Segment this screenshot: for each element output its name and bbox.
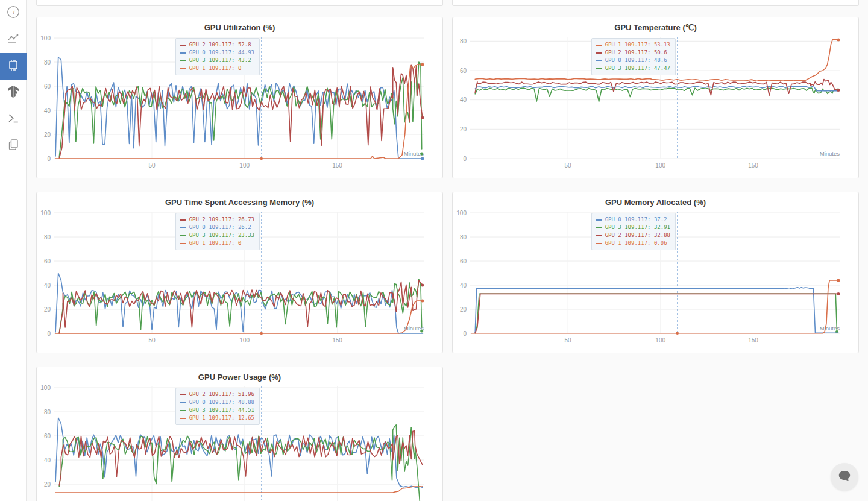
series-color-swatch xyxy=(596,219,602,221)
series-color-swatch xyxy=(596,60,602,61)
series-color-swatch xyxy=(596,45,602,46)
chart-title: GPU Utilization (%) xyxy=(37,23,442,32)
series-color-swatch xyxy=(180,418,186,419)
series-color-swatch xyxy=(180,394,186,395)
sidebar-item-charts[interactable] xyxy=(0,27,27,53)
gpu-metrics-dashboard: i xyxy=(0,0,868,501)
sidebar-item-system-metrics[interactable] xyxy=(0,53,27,80)
tooltip-value: GPU 0 109.117: 44.93 xyxy=(189,49,254,57)
svg-text:40: 40 xyxy=(44,457,51,464)
tooltip-row: GPU 0 109.117: 48.88 xyxy=(180,399,254,406)
tooltip-row: GPU 2 109.117: 26.73 xyxy=(180,216,254,224)
chip-icon xyxy=(7,58,20,74)
svg-text:20: 20 xyxy=(44,131,51,138)
svg-text:60: 60 xyxy=(460,68,467,74)
tooltip-value: GPU 1 109.117: 0 xyxy=(189,65,242,72)
svg-text:150: 150 xyxy=(748,162,758,169)
tooltip-row: GPU 1 109.117: 12.65 xyxy=(180,414,254,422)
chart-title: GPU Temperature (℃) xyxy=(453,23,858,32)
svg-text:80: 80 xyxy=(44,59,51,66)
svg-text:80: 80 xyxy=(44,409,51,415)
tooltip-value: GPU 2 109.117: 52.8 xyxy=(189,41,251,49)
chat-button[interactable] xyxy=(831,463,858,491)
tooltip-row: GPU 0 109.117: 26.2 xyxy=(180,224,254,232)
chart-tooltip: GPU 2 109.117: 26.73GPU 0 109.117: 26.2G… xyxy=(175,213,260,250)
tooltip-row: GPU 3 109.117: 43.2 xyxy=(180,57,254,65)
tooltip-value: GPU 3 109.117: 23.33 xyxy=(189,232,254,239)
tooltip-row: GPU 1 109.117: 0 xyxy=(180,65,254,72)
sidebar-item-overview[interactable]: i xyxy=(0,0,27,27)
sidebar-item-files[interactable] xyxy=(0,133,27,159)
tooltip-row: GPU 3 109.117: 23.33 xyxy=(180,232,254,239)
tooltip-row: GPU 3 109.117: 44.51 xyxy=(180,406,254,414)
svg-text:20: 20 xyxy=(460,306,467,313)
chart-tooltip: GPU 0 109.117: 37.2GPU 3 109.117: 32.91G… xyxy=(591,213,676,250)
tooltip-value: GPU 1 109.117: 0.06 xyxy=(605,239,667,247)
svg-text:i: i xyxy=(12,8,15,16)
series-color-swatch xyxy=(180,402,186,403)
tooltip-value: GPU 2 109.117: 32.88 xyxy=(605,232,670,239)
chart-title: GPU Memory Allocated (%) xyxy=(453,198,858,207)
tooltip-value: GPU 0 109.117: 26.2 xyxy=(189,224,251,232)
tooltip-row: GPU 1 109.117: 0 xyxy=(180,239,254,247)
tooltip-value: GPU 2 109.117: 50.6 xyxy=(605,49,667,57)
series-color-swatch xyxy=(180,219,186,221)
panel-gpu-memory-access-time: 02040608010050100150Minutes GPU Time Spe… xyxy=(36,192,443,353)
panel-partial-top-right xyxy=(452,0,859,6)
panel-gpu-power-usage: 02040608010050100150Minutes GPU Power Us… xyxy=(36,367,443,501)
chart-tooltip: GPU 1 109.117: 53.13GPU 2 109.117: 50.6G… xyxy=(591,38,676,75)
tooltip-value: GPU 0 109.117: 37.2 xyxy=(605,216,667,224)
tooltip-row: GPU 2 109.117: 52.8 xyxy=(180,41,254,49)
sidebar-item-model[interactable] xyxy=(0,80,27,106)
svg-text:150: 150 xyxy=(748,337,758,344)
svg-text:50: 50 xyxy=(148,337,156,344)
tooltip-row: GPU 2 109.117: 51.96 xyxy=(180,391,254,399)
chat-bubble-icon xyxy=(837,468,852,486)
tooltip-value: GPU 0 109.117: 48.6 xyxy=(605,57,667,65)
tooltip-row: GPU 3 109.117: 47.47 xyxy=(596,65,670,72)
svg-text:150: 150 xyxy=(332,162,342,169)
series-color-swatch xyxy=(180,45,186,46)
series-color-swatch xyxy=(596,235,602,236)
series-color-swatch xyxy=(596,243,602,244)
tooltip-row: GPU 2 109.117: 50.6 xyxy=(596,49,670,57)
series-color-swatch xyxy=(180,243,186,244)
tooltip-value: GPU 1 109.117: 53.13 xyxy=(605,41,670,49)
tooltip-row: GPU 1 109.117: 53.13 xyxy=(596,41,670,49)
svg-text:0: 0 xyxy=(47,330,51,337)
svg-text:0: 0 xyxy=(463,156,467,162)
series-color-swatch xyxy=(180,227,186,228)
tooltip-value: GPU 3 109.117: 44.51 xyxy=(189,406,254,414)
svg-text:60: 60 xyxy=(44,433,51,440)
tooltip-value: GPU 2 109.117: 51.96 xyxy=(189,391,254,399)
panel-gpu-memory-allocated: 02040608010050100150Minutes GPU Memory A… xyxy=(452,192,859,353)
files-icon xyxy=(7,138,20,154)
svg-text:40: 40 xyxy=(460,282,467,289)
svg-text:0: 0 xyxy=(463,330,467,337)
svg-text:20: 20 xyxy=(44,481,51,488)
terminal-icon xyxy=(7,112,20,127)
chart-title: GPU Time Spent Accessing Memory (%) xyxy=(37,198,442,207)
tooltip-row: GPU 0 109.117: 37.2 xyxy=(596,216,670,224)
chart-tooltip: GPU 2 109.117: 51.96GPU 0 109.117: 48.88… xyxy=(175,388,260,425)
tooltip-row: GPU 0 109.117: 44.93 xyxy=(180,49,254,57)
tensorflow-icon xyxy=(7,86,19,100)
svg-text:80: 80 xyxy=(460,234,467,241)
svg-text:100: 100 xyxy=(655,162,665,169)
chart-title: GPU Power Usage (%) xyxy=(37,373,442,382)
chart-tooltip: GPU 2 109.117: 52.8GPU 0 109.117: 44.93G… xyxy=(175,38,260,75)
svg-text:60: 60 xyxy=(460,258,467,265)
tooltip-row: GPU 2 109.117: 32.88 xyxy=(596,232,670,239)
svg-text:50: 50 xyxy=(564,337,571,344)
tooltip-value: GPU 2 109.117: 26.73 xyxy=(189,216,254,224)
sidebar-item-logs[interactable] xyxy=(0,106,27,133)
svg-text:0: 0 xyxy=(47,156,51,162)
svg-text:100: 100 xyxy=(40,385,51,391)
svg-text:100: 100 xyxy=(239,162,250,169)
tooltip-row: GPU 3 109.117: 32.91 xyxy=(596,224,670,232)
series-color-swatch xyxy=(596,52,602,54)
svg-text:100: 100 xyxy=(456,210,467,216)
svg-text:100: 100 xyxy=(40,35,51,42)
panel-gpu-utilization: 02040608010050100150Minutes GPU Utilizat… xyxy=(36,17,443,178)
svg-text:40: 40 xyxy=(460,96,467,103)
